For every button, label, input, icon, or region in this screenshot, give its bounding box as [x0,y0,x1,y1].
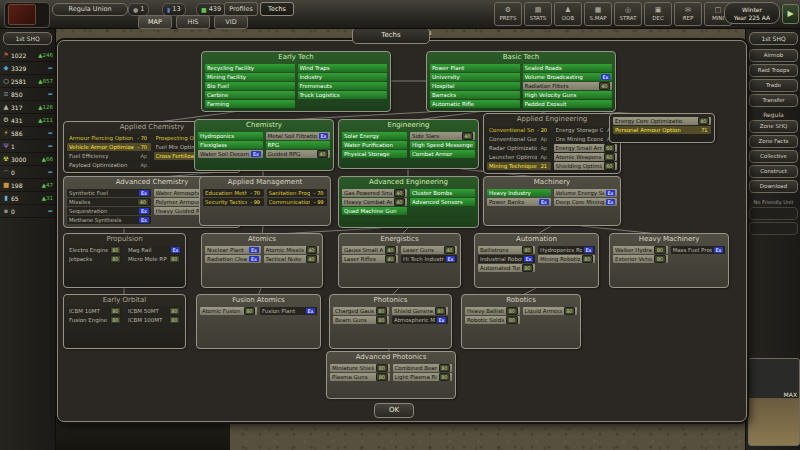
tech-item[interactable]: Ballistrons80 [478,246,535,254]
tech-item[interactable]: Wind Traps [298,64,388,72]
unit-button-trade[interactable]: Trade [749,79,798,92]
tech-item[interactable]: Fuel EfficiencyAp [67,152,151,160]
tech-item[interactable]: Charged Gauss Small A.80 [333,307,389,315]
tech-item[interactable]: Power BanksEx [487,198,551,206]
tech-item[interactable]: Nuclear PlantEx [205,246,261,254]
tech-item[interactable]: Laser Guns40 [401,246,457,254]
tech-item[interactable]: Communication Technig.- 99 [267,198,328,206]
zone-button-zone-shq[interactable]: Zone SHQ [749,120,798,133]
tech-item[interactable]: Fusion Engine80 [67,316,123,324]
tech-item[interactable]: Shielding Optimization60 [554,162,618,170]
tech-item[interactable]: Industrial RobotizationEx [478,255,535,263]
tech-item[interactable]: Combat Armor [410,150,475,158]
tech-item[interactable]: Robotic Soldier80 [465,316,520,324]
tech-item[interactable]: University [430,73,520,81]
tech-item[interactable]: Quad Machine Gun [342,207,407,215]
faction-name[interactable]: Regula Union [52,3,128,16]
command-rep[interactable]: ✉REP [674,2,702,26]
tech-item[interactable]: ICBM 50MT80 [126,307,182,315]
tech-item[interactable]: Gauss Small Arms40 [342,246,398,254]
tech-item[interactable]: Atomic Fusion Missile80 [200,307,257,315]
tech-item[interactable]: Energy Small Arms Opti.60 [554,144,618,152]
tech-item[interactable]: Exterior Vehicles80 [613,255,668,263]
tech-item[interactable]: Flexiglass [198,141,263,149]
tech-item[interactable]: Payload OptimizationAp [67,161,151,169]
tech-item[interactable]: Cluster Bombs [410,189,475,197]
tech-item[interactable]: Automatic Rifle [430,100,520,108]
tech-item[interactable]: Heavy Ballistrons80 [465,307,520,315]
command-oob[interactable]: ♟OOB [554,2,582,26]
tech-item[interactable]: Gas Powered Small Arm40 [342,189,407,197]
zone-button-construct[interactable]: Construct [749,165,798,178]
tech-item[interactable]: Padded Exosuit [523,100,613,108]
tech-item[interactable]: Jetpacks80 [67,255,123,263]
tech-item[interactable]: Volume BroadcastingEx [523,73,613,81]
tech-item[interactable]: Security Tactics- 99 [203,198,264,206]
tech-item[interactable]: Tactical Nuke40 [264,255,320,263]
tech-item[interactable]: Light Plasma Rifles80 [393,373,453,381]
tech-item[interactable]: Water Purification [342,141,407,149]
tech-item[interactable]: Conventional Gun OptionAp [487,135,551,143]
tech-item[interactable]: Water Soil DecompositeEx [198,150,263,158]
tech-item[interactable]: RPG [266,141,331,149]
tech-item[interactable]: Guided RPG40 [266,150,331,158]
tech-item[interactable]: Atomic Missile40 [264,246,320,254]
tech-item[interactable]: Metal Soil FiltrationEx [266,132,331,140]
nav-map[interactable]: MAP [138,15,172,29]
tech-item[interactable]: Electro Engines80 [67,246,123,254]
tech-item[interactable]: Energy Storage Optimiz.Ap [554,126,618,134]
right-shq-tab[interactable]: 1st SHQ [749,32,798,45]
tech-item[interactable]: Sealed Roads [523,64,613,72]
unit-slot-button-1[interactable] [749,207,798,220]
tech-item[interactable]: Atomic Weapons Option60 [554,153,618,161]
tech-item[interactable]: Power Plant [430,64,520,72]
command-strat[interactable]: ◎STRAT [614,2,642,26]
tech-item[interactable]: Radiation CleansingEx [205,255,261,263]
left-shq-tab[interactable]: 1st SHQ [3,32,52,45]
tech-item[interactable]: Plasma Guns80 [330,373,390,381]
tech-item[interactable]: Physical Storage [342,150,407,158]
zone-button-collective[interactable]: Collective [749,150,798,163]
tech-item[interactable]: Fremenauts [298,82,388,90]
tech-item[interactable]: Beam Guns80 [333,316,389,324]
tech-item[interactable]: Vehicle Armor Optimizat.- 70 [67,143,151,151]
tech-item[interactable]: Missiles40 [67,198,151,206]
tech-item[interactable]: Carbine [205,91,295,99]
unit-button-airmob[interactable]: Airmob [749,49,798,62]
tech-item[interactable]: Armour Piercing Option- 70 [67,134,151,142]
tech-item[interactable]: Micro Mole RPG80 [126,255,182,263]
tech-item[interactable]: Shield Generator80 [392,307,448,315]
command-prefs[interactable]: ⚙PREFS [494,2,522,26]
unit-button-raid-troops[interactable]: Raid Troops [749,64,798,77]
zone-button-download[interactable]: Download [749,180,798,193]
tech-item[interactable]: Hydroponics Robotizati.Ex [538,246,595,254]
tech-item[interactable]: Industry [298,73,388,81]
tech-item[interactable]: Fusion PlantEx [260,307,317,315]
tech-item[interactable]: Mining Techniques21 [487,162,551,170]
tech-item[interactable]: Automated Turret80 [478,264,535,272]
nav-vid[interactable]: VID [214,15,248,29]
tech-item[interactable]: Education Methods- 70 [203,189,264,197]
top-tab-profiles[interactable]: Profiles [224,2,258,16]
tech-item[interactable]: Bio Fuel [205,82,295,90]
tech-item[interactable]: Farming [205,100,295,108]
tech-item[interactable]: High Velocity Guns [523,91,613,99]
nav-his[interactable]: HIS [176,15,210,29]
tech-item[interactable]: Mining Robotization80 [538,255,595,263]
tech-item[interactable]: Mining Facility [205,73,295,81]
tech-item[interactable]: Personal Armour Option71 [613,126,711,134]
command-dec[interactable]: ▣DEC [644,2,672,26]
minimap[interactable]: MAX [748,358,800,446]
tech-item[interactable]: Hospital [430,82,520,90]
zone-button-zone-facts[interactable]: Zone Facts [749,135,798,148]
tech-item[interactable]: Sanitation Programmes- 70 [267,189,328,197]
tech-item[interactable]: Volume Energy SavingEx [554,189,618,197]
tech-item[interactable]: Radiation Filters40 [523,82,613,90]
tech-item[interactable]: Methane SynthesisEx [67,216,151,224]
tech-item[interactable]: Recycling Facility [205,64,295,72]
tech-item[interactable]: Launcher OptimizationAp [487,153,551,161]
tech-item[interactable]: Barracks [430,91,520,99]
tech-item[interactable]: Mass Fuel ProdEx [671,246,726,254]
tech-item[interactable]: Miniature Shield Generat.80 [330,364,390,372]
tech-item[interactable]: Ore Mining EconomicalsAp [554,135,618,143]
